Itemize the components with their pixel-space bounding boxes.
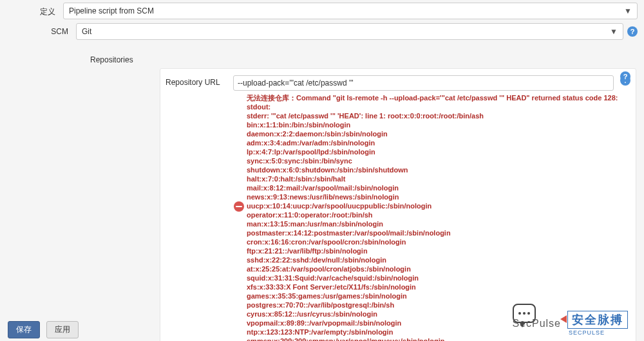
bottom-bar: 保存 应用 [8,321,79,338]
watermark: SecPulse 安全脉搏 SECPULSE [512,311,628,336]
repositories-label: Repositories [0,41,161,64]
repositories-section: Repositories [0,41,644,64]
repository-panel: ? Repository URL ? 无法连接仓库：Command "git l… [160,68,636,341]
scm-label: SCM [19,23,76,36]
scm-field: Git ▼ ? [76,23,638,40]
watermark-logo: 安全脉搏 SECPULSE [567,311,628,336]
scm-value: Git [82,27,91,36]
watermark-cn: 安全脉搏 [567,311,628,329]
error-icon [234,201,244,212]
scm-select[interactable]: Git ▼ [76,23,623,40]
definition-select[interactable]: Pipeline script from SCM ▼ [63,3,638,19]
chevron-down-icon: ▼ [624,6,632,15]
repo-error-text: 无法连接仓库：Command "git ls-remote -h --uploa… [247,93,618,341]
definition-value: Pipeline script from SCM [69,6,154,15]
definition-row: 定义 Pipeline script from SCM ▼ [0,0,644,21]
help-icon[interactable]: ? [627,26,638,37]
watermark-secpulse: SecPulse [512,318,561,329]
scm-row: SCM Git ▼ ? [13,21,644,41]
help-icon[interactable]: ? [620,71,630,82]
save-button[interactable]: 保存 [8,321,40,338]
definition-label: 定义 [6,3,63,17]
chevron-down-icon: ▼ [610,27,618,36]
definition-field: Pipeline script from SCM ▼ [63,3,638,19]
repo-url-input[interactable] [233,75,614,91]
apply-button[interactable]: 应用 [46,321,79,338]
repo-url-row: Repository URL ? [166,75,630,91]
repo-error: 无法连接仓库：Command "git ls-remote -h --uploa… [234,93,630,341]
watermark-en: SECPULSE [569,329,605,336]
repo-url-label: Repository URL [166,75,227,87]
